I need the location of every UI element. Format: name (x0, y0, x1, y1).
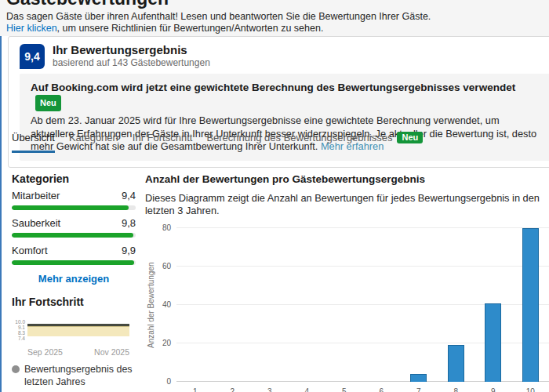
bar-slot-2 (214, 228, 252, 382)
score-line (27, 324, 129, 326)
plot-wrap: 020406080 12345678910 (156, 228, 549, 392)
bar-chart-subtitle: Dieses Diagramm zeigt die Anzahl an Bewe… (145, 192, 549, 217)
plot-area: 020406080 (176, 228, 549, 382)
category-label: Komfort (12, 245, 48, 256)
show-more-link[interactable]: Mehr anzeigen (38, 273, 109, 285)
category-head: Mitarbeiter9,4 (12, 190, 136, 201)
tab-bersicht[interactable]: Übersicht (12, 132, 55, 153)
category-row-mitarbeiter: Mitarbeiter9,4 (12, 190, 136, 210)
notice-title: Auf Booking.com wird jetzt eine gewichte… (31, 82, 515, 93)
bar-score-8[interactable] (448, 345, 464, 382)
y-axis-title: Anzahl der Bewertungen (145, 228, 156, 382)
tab-berechnung-des-bewertungsergebnisses[interactable]: Berechnung des BewertungsergebnissesNeu (206, 132, 423, 151)
tab-label: Kategorien (69, 132, 118, 143)
bar-slot-5 (325, 228, 363, 382)
bar-score-7[interactable] (410, 374, 427, 382)
category-progress-fill (12, 260, 134, 265)
mini-x-label: Nov 2025 (94, 347, 129, 357)
tab-label: Übersicht (12, 132, 55, 143)
mini-x-label: Sep 2025 (27, 347, 63, 357)
y-tick-label-80: 80 (162, 223, 171, 232)
category-row-sauberkeit: Sauberkeit9,8 (12, 217, 136, 238)
tab-label: Ihr Fortschritt (133, 132, 193, 143)
category-label: Sauberkeit (12, 217, 60, 229)
page-title: Gästebewertungen (6, 0, 549, 8)
y-tick-label-60: 60 (162, 262, 171, 270)
notice-title-row: Auf Booking.com wird jetzt eine gewichte… (31, 81, 545, 111)
bar-slot-9 (474, 228, 512, 382)
categories-list: Mitarbeiter9,4Sauberkeit9,8Komfort9,9 (12, 190, 136, 265)
mini-chart-y-axis: 10.09.18.37.4 (12, 319, 27, 344)
category-value: 9,8 (122, 217, 136, 229)
category-progress-track (12, 260, 136, 265)
bars-layer (176, 228, 549, 382)
guidelines-rest: , um unsere Richtlinien für Bewertungen/… (57, 23, 324, 34)
mini-y-label: 8.3 (12, 330, 25, 336)
bar-slot-4 (289, 228, 326, 382)
x-tick-label-2: 2 (214, 387, 252, 392)
page-header: Gästebewertungen Das sagen Gäste über ih… (0, 0, 549, 36)
category-head: Komfort9,9 (12, 245, 136, 256)
bar-chart-title: Anzahl der Bewertungen pro Gästebewertun… (145, 172, 549, 187)
score-badge: 9,4 (20, 44, 45, 69)
category-progress-track (12, 233, 136, 238)
reviews-bar-chart: Anzahl der Bewertungen 020406080 1234567… (145, 228, 549, 392)
guest-reviews-page: { "page": { "title": "Gästebewertungen",… (0, 0, 549, 392)
tab-ihr-fortschritt[interactable]: Ihr Fortschritt (133, 132, 193, 151)
mini-y-label: 9.1 (12, 325, 25, 330)
categories-heading: Kategorien (12, 172, 136, 185)
bar-slot-1 (176, 228, 214, 382)
legend-item-bewertungsergebnis-des-letzten-jahres: Bewertungsergebnis des letzten Jahres (12, 363, 136, 388)
new-badge: Neu (35, 95, 61, 111)
bar-slot-6 (363, 228, 401, 382)
chart-column: Anzahl der Bewertungen pro Gästebewertun… (145, 166, 549, 392)
category-value: 9,9 (122, 245, 136, 256)
x-tick-label-7: 7 (400, 387, 438, 392)
category-progress-fill (12, 205, 129, 210)
progress-heading: Ihr Fortschritt (12, 296, 136, 308)
show-more-wrap: Mehr anzeigen (12, 273, 136, 285)
category-progress-fill (12, 233, 133, 238)
bar-score-9[interactable] (485, 303, 501, 382)
bar-score-10[interactable] (522, 228, 539, 382)
y-tick-label-0: 0 (166, 377, 171, 386)
tab-label: Berechnung des Bewertungsergebnisses (206, 132, 392, 143)
guidelines-link[interactable]: Hier klicken (6, 23, 57, 34)
tab-kategorien[interactable]: Kategorien (69, 132, 118, 151)
x-axis-labels: 12345678910 (176, 387, 549, 392)
bar-slot-8 (438, 228, 475, 382)
x-tick-label-3: 3 (251, 387, 289, 392)
category-label: Mitarbeiter (12, 190, 60, 201)
x-tick-label-5: 5 (325, 387, 363, 392)
competitor-range-band (27, 326, 129, 336)
x-tick-label-9: 9 (474, 387, 512, 392)
content: Kategorien Mitarbeiter9,4Sauberkeit9,8Ko… (12, 166, 549, 392)
category-value: 9,4 (122, 190, 136, 201)
guidelines-line: Hier klicken, um unsere Richtlinien für … (6, 23, 549, 34)
new-badge: Neu (397, 132, 423, 143)
x-tick-label-10: 10 (512, 387, 549, 392)
mini-y-label: 10.0 (12, 319, 25, 325)
x-tick-label-6: 6 (363, 387, 401, 392)
legend-label: Bewertungsergebnis des letzten Jahres (24, 363, 136, 388)
mini-chart-plot (27, 316, 129, 344)
bar-slot-3 (251, 228, 289, 382)
x-tick-label-8: 8 (438, 387, 475, 392)
bar-slot-7 (400, 228, 438, 382)
score-title: Ihr Bewertungsergebnis (53, 43, 210, 57)
tabs-bar: ÜbersichtKategorienIhr FortschrittBerech… (12, 132, 549, 153)
y-tick-label-40: 40 (162, 300, 171, 309)
category-progress-track (12, 205, 136, 210)
category-row-komfort: Komfort9,9 (12, 245, 136, 265)
bar-slot-10 (512, 228, 549, 382)
score-text: Ihr Bewertungsergebnis basierend auf 143… (53, 43, 210, 69)
progress-mini-chart[interactable]: 10.09.18.37.4 (12, 316, 129, 344)
score-subtitle: basierend auf 143 Gästebewertungen (53, 57, 210, 69)
mini-chart-x-axis: Sep 2025Nov 2025 (27, 347, 129, 357)
mini-y-label: 7.4 (12, 336, 25, 341)
x-tick-label-4: 4 (289, 387, 326, 392)
y-tick-label-20: 20 (162, 339, 171, 347)
category-head: Sauberkeit9,8 (12, 217, 136, 229)
page-intro: Das sagen Gäste über ihren Aufenthalt! L… (6, 11, 549, 23)
score-row: 9,4 Ihr Bewertungsergebnis basierend auf… (20, 43, 545, 69)
